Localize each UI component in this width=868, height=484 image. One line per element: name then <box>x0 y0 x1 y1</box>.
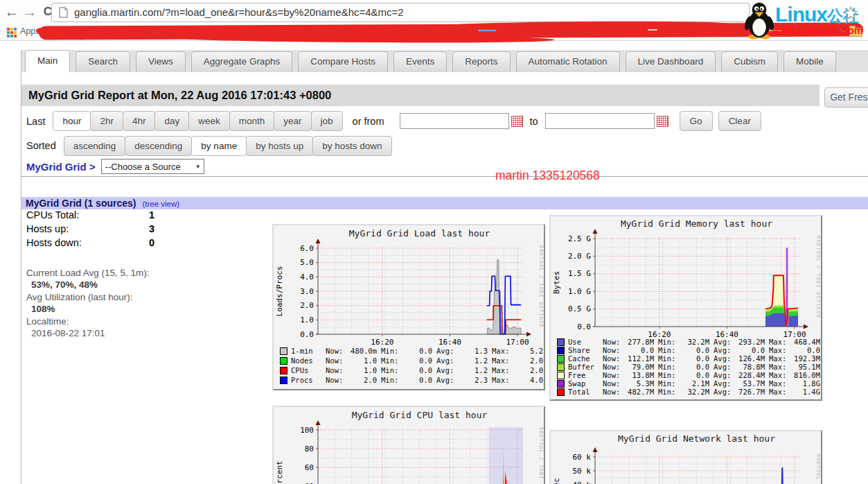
legend-metric-label: Now: <box>603 363 623 371</box>
legend-metric-label: Min: <box>658 346 679 354</box>
tab-compare-hosts[interactable]: Compare Hosts <box>298 51 388 72</box>
grid-summary-header: MyGrid Grid (1 sources) (tree view) <box>21 197 868 209</box>
sorted-by-hosts-down[interactable]: by hosts down <box>312 136 391 156</box>
timerange-week[interactable]: week <box>188 111 230 131</box>
sorted-ascending[interactable]: ascending <box>64 136 126 156</box>
legend-metric-label: Now: <box>603 338 623 346</box>
tab-main[interactable]: Main <box>25 50 70 72</box>
stat-row: CPUs Total:1 <box>26 209 154 223</box>
legend-metric-label: Now: <box>326 366 346 374</box>
legend-metric-value: 482.7M <box>623 388 654 396</box>
to-label: to <box>530 116 538 127</box>
legend-metric-label: Min: <box>658 388 679 396</box>
graph-panel-cpu[interactable]: 02040608010016:2016:4017:00MyGrid Grid C… <box>272 406 545 484</box>
graph-panel-load[interactable]: 0.01.02.03.04.05.06.016:2016:4017:00MyGr… <box>272 224 545 390</box>
tab-cubism[interactable]: Cubism <box>721 51 778 72</box>
grid-breadcrumb-link[interactable]: MyGrid Grid > <box>26 161 96 173</box>
bookmark-star-icon[interactable] <box>843 6 858 21</box>
legend-metric-value: 0.0 <box>679 371 709 379</box>
svg-text:Bytes/sec: Bytes/sec <box>552 478 561 484</box>
svg-text:3.0: 3.0 <box>300 287 314 296</box>
timerange-2hr[interactable]: 2hr <box>90 111 123 131</box>
timerange-hour[interactable]: hour <box>53 111 91 131</box>
logo-site-url: www.Linuxidc.com <box>772 25 863 36</box>
calendar-icon-to[interactable] <box>657 116 668 127</box>
svg-text:40: 40 <box>305 482 314 484</box>
to-date-input[interactable] <box>545 113 655 129</box>
graph-legend-load: 1-minNow:480.0mMin:0.0Avg:1.3Max:5.2Node… <box>274 346 544 385</box>
legend-metric-label: Avg: <box>436 347 457 355</box>
legend-metric-value: 0.0 <box>402 347 432 355</box>
chevron-down-icon: ▼ <box>195 164 201 170</box>
apps-grid-icon[interactable] <box>7 28 17 37</box>
svg-text:0.5 G: 0.5 G <box>568 304 591 313</box>
legend-swatch <box>557 363 565 371</box>
go-button[interactable]: Go <box>680 111 713 131</box>
tab-views[interactable]: Views <box>136 51 186 72</box>
legend-metric-value: 79.0M <box>623 363 654 371</box>
timerange-month[interactable]: month <box>229 111 275 131</box>
from-date-input[interactable] <box>400 113 509 129</box>
graph-panel-network[interactable]: 0.010 k20 k30 k40 k50 k60 k16:2016:4017:… <box>549 430 822 484</box>
legend-metric-value: 0.0 <box>402 356 432 365</box>
tab-bar: MainSearchViewsAggregate GraphsCompare H… <box>21 50 868 72</box>
legend-series-name: Swap <box>568 379 603 388</box>
legend-metric-value: 1.4G <box>790 388 820 396</box>
svg-text:Loads/Procs: Loads/Procs <box>275 266 284 317</box>
legend-metric-label: Avg: <box>714 371 734 379</box>
legend-metric-value: 78.8M <box>734 363 765 371</box>
legend-swatch <box>557 372 565 379</box>
tab-mobile[interactable]: Mobile <box>783 51 836 72</box>
legend-metric-label: Max: <box>492 347 513 355</box>
legend-metric-label: Min: <box>381 347 402 355</box>
svg-text:2.0: 2.0 <box>300 301 314 310</box>
legend-swatch <box>280 347 287 355</box>
tab-events[interactable]: Events <box>393 51 447 72</box>
legend-swatch <box>557 355 565 363</box>
svg-text:1.0 G: 1.0 G <box>568 287 591 296</box>
svg-text:Percent: Percent <box>275 460 284 484</box>
timerange-year[interactable]: year <box>274 111 311 131</box>
svg-text:1.5 G: 1.5 G <box>568 269 591 278</box>
timerange-day[interactable]: day <box>154 111 189 131</box>
legend-series-name: Buffer <box>568 363 603 371</box>
forward-icon[interactable]: → <box>21 3 39 21</box>
tree-view-link[interactable]: (tree view) <box>142 200 179 208</box>
timerange-4hr[interactable]: 4hr <box>123 111 156 131</box>
stat-value: 1 <box>149 209 154 223</box>
legend-metric-label: Min: <box>658 379 679 388</box>
legend-series-name: Procs <box>291 376 326 384</box>
legend-metric-value: 1.8G <box>790 379 820 388</box>
sorted-by-hosts-up[interactable]: by hosts up <box>246 136 313 156</box>
legend-metric-label: Min: <box>658 354 679 363</box>
source-select[interactable]: --Choose a Source ▼ <box>101 159 204 174</box>
sorted-by-name[interactable]: by name <box>191 136 247 156</box>
divider <box>21 176 868 177</box>
legend-metric-value: 816.0M <box>790 371 820 379</box>
tab-automatic-rotation[interactable]: Automatic Rotation <box>516 51 620 72</box>
clear-button[interactable]: Clear <box>718 111 761 131</box>
get-fresh-data-button[interactable]: Get Fresh Data <box>824 87 868 107</box>
graph-panel-memory[interactable]: 0.00.5 G1.0 G1.5 G2.0 G2.5 G16:2016:4017… <box>549 215 822 401</box>
sorted-descending[interactable]: descending <box>125 136 192 156</box>
tab-reports[interactable]: Reports <box>452 51 510 72</box>
svg-text:80: 80 <box>305 444 314 453</box>
tab-search[interactable]: Search <box>76 51 130 72</box>
browser-toolbar: ← → C ganglia.martin.com/?m=load_one&r=h… <box>0 0 868 41</box>
tab-aggregate-graphs[interactable]: Aggregate Graphs <box>191 51 292 72</box>
back-icon[interactable]: ← <box>3 3 21 21</box>
legend-metric-value: 1.2 <box>457 366 488 374</box>
tab-live-dashboard[interactable]: Live Dashboard <box>626 51 716 72</box>
legend-swatch <box>280 367 287 374</box>
timerange-row: Last hour2hr4hrdayweekmonthyearjob or fr… <box>26 111 761 131</box>
legend-metric-label: Min: <box>658 338 679 346</box>
svg-text:5.0: 5.0 <box>300 258 314 267</box>
legend-metric-value: 1.3 <box>457 347 488 355</box>
legend-metric-label: Min: <box>381 376 402 384</box>
timerange-job[interactable]: job <box>311 111 343 131</box>
url-bar[interactable]: ganglia.martin.com/?m=load_one&r=hour&s=… <box>51 3 750 22</box>
legend-metric-value: 2.0 <box>346 376 377 384</box>
timerange-label: Last <box>26 116 45 127</box>
calendar-icon-from[interactable] <box>511 116 523 127</box>
info-value: 53%, 70%, 48% <box>26 279 150 292</box>
